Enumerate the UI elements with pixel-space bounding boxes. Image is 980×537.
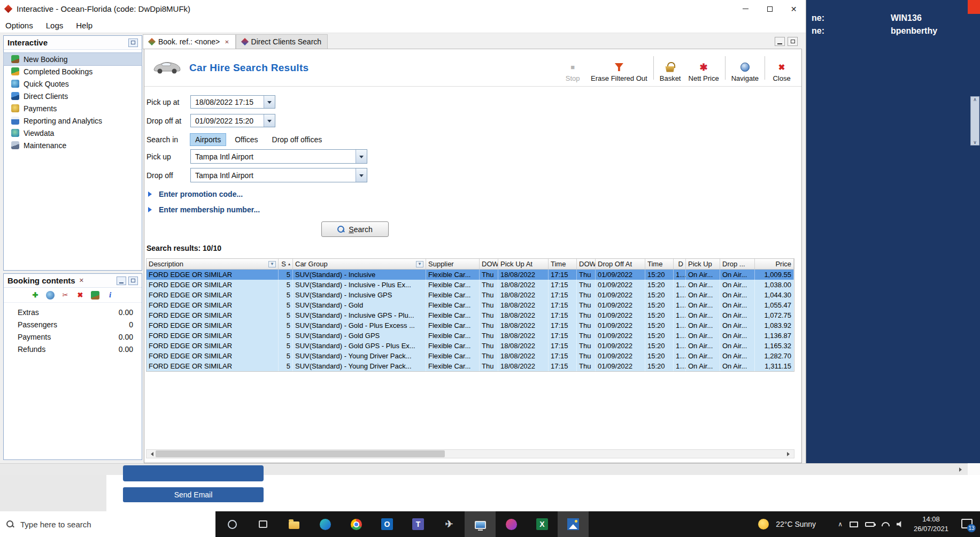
taskbar-app-excel[interactable]: X <box>527 511 558 537</box>
close-button[interactable]: Close <box>767 53 796 82</box>
membership-number-link[interactable]: Enter membership number... <box>148 205 260 214</box>
panel-close-icon[interactable]: ✕ <box>79 277 84 284</box>
minimize-button[interactable] <box>734 0 758 18</box>
battery-icon[interactable] <box>865 522 875 527</box>
drop-off-at-field[interactable]: 01/09/2022 15:20 <box>190 114 275 127</box>
background-close-button[interactable] <box>968 0 980 14</box>
taskbar-app-teams[interactable]: T <box>403 511 434 537</box>
chevron-down-icon[interactable] <box>264 96 275 108</box>
search-in-airports[interactable]: Airports <box>190 134 226 145</box>
column-header-dow[interactable]: DOW <box>577 259 596 269</box>
chevron-down-icon[interactable] <box>264 114 275 127</box>
column-header-drop[interactable]: Drop ... <box>720 259 755 269</box>
mdi-restore-icon[interactable] <box>788 37 798 46</box>
table-row[interactable]: FORD EDGE OR SIMILAR5SUV(Standard) - Inc… <box>146 270 794 280</box>
table-row[interactable]: FORD EDGE OR SIMILAR5SUV(Standard) - Gol… <box>146 331 794 341</box>
plus-icon[interactable] <box>31 291 40 300</box>
sidebar-item-new-booking[interactable]: New Booking <box>4 53 142 65</box>
taskbar-app-remote-desktop[interactable] <box>465 511 496 537</box>
column-header-pick-up-at[interactable]: Pick Up At <box>498 259 549 269</box>
column-header-time[interactable]: Time <box>645 259 674 269</box>
sidebar-item-payments[interactable]: Payments <box>4 102 142 114</box>
scrollbar-thumb[interactable] <box>156 450 445 457</box>
column-header-supplier[interactable]: Supplier <box>426 259 480 269</box>
sidebar-item-maintenance[interactable]: Maintenance <box>4 139 142 151</box>
taskbar-app-task-view[interactable] <box>248 511 279 537</box>
tray-chevron-icon[interactable]: ∧ <box>838 520 843 528</box>
scroll-down-icon[interactable]: ∨ <box>973 140 977 145</box>
chevron-down-icon[interactable] <box>356 150 367 163</box>
send-email-button[interactable]: Send Email <box>123 487 264 502</box>
sidebar-item-viewdata[interactable]: Viewdata <box>4 127 142 139</box>
info-icon[interactable] <box>106 291 114 300</box>
panel-restore-icon[interactable] <box>128 277 138 285</box>
menu-logs[interactable]: Logs <box>46 21 64 30</box>
filter-icon[interactable]: ▼ <box>416 261 423 267</box>
menu-help[interactable]: Help <box>76 21 92 30</box>
pick-up-at-field[interactable]: 18/08/2022 17:15 <box>190 95 275 109</box>
pick-up-combo[interactable]: Tampa Intl Airport <box>190 149 367 164</box>
promotion-code-link[interactable]: Enter promotion code... <box>148 190 243 198</box>
column-header-pick-up[interactable]: Pick Up <box>686 259 720 269</box>
scroll-up-icon[interactable]: ∧ <box>973 97 977 102</box>
taskbar-app-cortana[interactable] <box>217 511 248 537</box>
column-header-price[interactable]: Price <box>755 259 794 269</box>
tab-direct-clients-search[interactable]: Direct Clients Search <box>236 34 328 49</box>
close-button[interactable] <box>782 0 806 18</box>
column-header-s[interactable]: S▴ <box>279 259 293 269</box>
filter-icon[interactable]: ▼ <box>268 261 276 267</box>
table-row[interactable]: FORD EDGE OR SIMILAR5SUV(Standard) - You… <box>146 351 794 361</box>
menu-options[interactable]: Options <box>5 21 33 30</box>
column-header-drop-off-at[interactable]: Drop Off At <box>596 259 645 269</box>
nett-price-button[interactable]: Nett Price <box>685 53 723 82</box>
cut-icon[interactable] <box>61 291 70 300</box>
sidebar-item-reporting-and-analytics[interactable]: Reporting and Analytics <box>4 114 142 127</box>
maximize-button[interactable] <box>758 0 782 18</box>
palm-tree-icon[interactable] <box>91 291 99 300</box>
search-in-drop-off-offices[interactable]: Drop off offices <box>267 134 327 145</box>
delete-icon[interactable] <box>76 291 84 300</box>
tab-book-ref-none[interactable]: Book. ref.: <none>✕ <box>143 34 236 49</box>
scroll-right-icon[interactable] <box>956 465 966 473</box>
notification-icon[interactable]: 13 <box>961 517 975 531</box>
taskbar-clock[interactable]: 14:08 26/07/2021 <box>914 515 948 533</box>
column-header-dow[interactable]: DOW <box>480 259 498 269</box>
panel-collapse-icon[interactable] <box>117 277 126 285</box>
sidebar-item-direct-clients[interactable]: Direct Clients <box>4 90 142 102</box>
erase-filtered-out-button[interactable]: Erase Filtered Out <box>587 53 651 82</box>
taskbar-app-plane[interactable]: ✈ <box>434 511 465 537</box>
taskbar-app-photos[interactable] <box>558 511 589 537</box>
weather-text[interactable]: 22°C Sunny <box>776 520 816 528</box>
globe-icon[interactable] <box>46 291 55 300</box>
taskbar-app-file-explorer[interactable] <box>279 511 310 537</box>
taskbar-search[interactable]: Type here to search <box>0 511 215 537</box>
search-in-offices[interactable]: Offices <box>230 134 263 145</box>
vertical-scrollbar[interactable]: ∧ ∨ <box>970 96 979 145</box>
display-icon[interactable] <box>850 521 858 527</box>
panel-pin-icon[interactable] <box>128 39 138 47</box>
table-row[interactable]: FORD EDGE OR SIMILAR5SUV(Standard) - Inc… <box>146 280 794 290</box>
drop-off-combo[interactable]: Tampa Intl Airport <box>190 168 367 182</box>
table-row[interactable]: FORD EDGE OR SIMILAR5SUV(Standard) - Gol… <box>146 300 794 310</box>
horizontal-scrollbar[interactable] <box>146 449 794 458</box>
column-header-car-group[interactable]: Car Group▼ <box>293 259 426 269</box>
table-row[interactable]: FORD EDGE OR SIMILAR5SUV(Standard) - Gol… <box>146 341 794 351</box>
scroll-left-icon[interactable] <box>146 450 156 458</box>
scroll-right-icon[interactable] <box>785 450 794 458</box>
mdi-minimize-icon[interactable] <box>775 37 785 46</box>
column-header-description[interactable]: Description▼ <box>146 259 279 269</box>
table-row[interactable]: FORD EDGE OR SIMILAR5SUV(Standard) - You… <box>146 361 794 371</box>
column-header-time[interactable]: Time <box>549 259 577 269</box>
taskbar-app-design[interactable] <box>496 511 527 537</box>
scrollbar-track[interactable] <box>156 450 785 458</box>
basket-button[interactable]: Basket <box>656 53 685 82</box>
navigate-button[interactable]: Navigate <box>728 53 762 82</box>
column-header-d[interactable]: D <box>674 259 686 269</box>
wifi-icon[interactable] <box>882 522 890 526</box>
table-row[interactable]: FORD EDGE OR SIMILAR5SUV(Standard) - Inc… <box>146 310 794 320</box>
speaker-icon[interactable] <box>897 521 904 527</box>
tab-close-icon[interactable]: ✕ <box>223 39 229 45</box>
taskbar-app-chrome[interactable] <box>341 511 372 537</box>
partial-button[interactable] <box>123 465 264 481</box>
chevron-down-icon[interactable] <box>356 168 367 182</box>
